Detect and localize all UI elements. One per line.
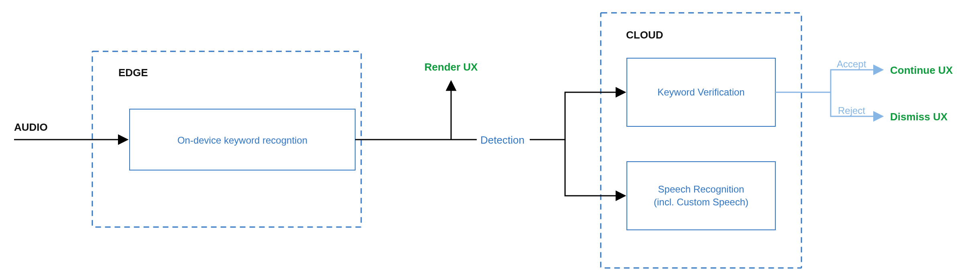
accept-arrow [831, 70, 882, 92]
render-ux-label: Render UX [425, 61, 478, 73]
reject-label: Reject [838, 105, 865, 116]
continue-ux-label: Continue UX [890, 64, 953, 76]
accept-label: Accept [837, 59, 866, 69]
detection-to-sr-arrow [565, 140, 624, 196]
detection-to-kv-arrow [530, 92, 624, 140]
edge-group-label: EDGE [118, 67, 148, 79]
keyword-verification-label: Keyword Verification [657, 87, 744, 97]
speech-recognition-box [627, 162, 775, 230]
cloud-group-label: CLOUD [626, 29, 663, 41]
speech-recognition-label-line2: (incl. Custom Speech) [654, 197, 748, 207]
on-device-keyword-recognition-label: On-device keyword recogntion [177, 135, 307, 146]
speech-recognition-label-line1: Speech Recognition [658, 184, 744, 195]
detection-label: Detection [480, 134, 525, 146]
architecture-diagram: EDGE On-device keyword recogntion CLOUD … [0, 0, 980, 280]
audio-input-label: AUDIO [14, 121, 48, 133]
dismiss-ux-label: Dismiss UX [890, 111, 948, 123]
